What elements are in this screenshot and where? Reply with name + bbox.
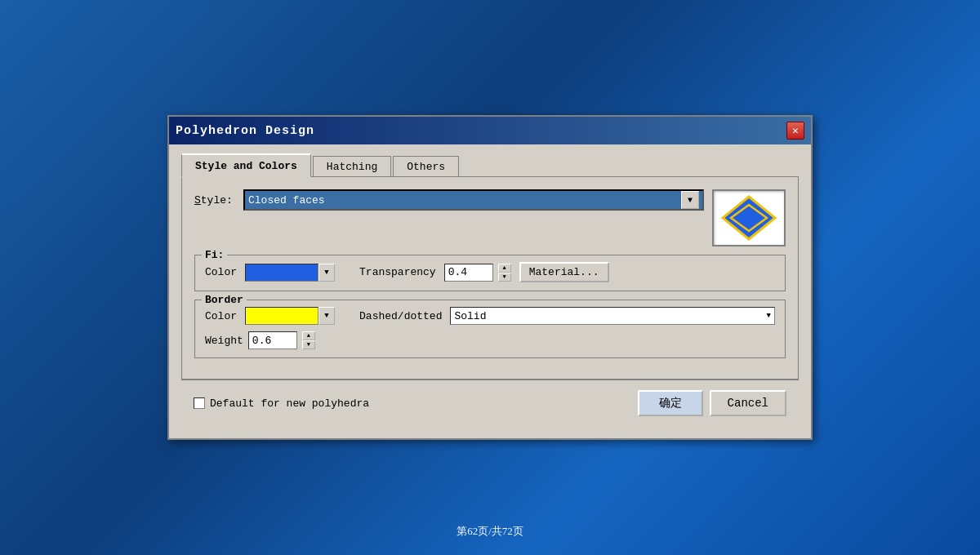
ok-button[interactable]: 确定 (638, 390, 703, 416)
transparency-spinner: ▲ ▼ (498, 264, 511, 282)
preview-box (712, 189, 786, 246)
weight-input[interactable]: 0.6 (248, 331, 297, 349)
fill-section-inner: Color ▼ Transparency 0.4 (205, 262, 775, 282)
dash-label: Dashed/dotted (359, 310, 442, 322)
tab-others[interactable]: Others (393, 156, 459, 177)
style-row: Style: Closed faces ▼ (194, 189, 704, 211)
weight-spinner: ▲ ▼ (302, 331, 315, 349)
border-section-legend: Border (202, 294, 247, 306)
tab-bar: Style and Colors Hatching Others (181, 153, 799, 176)
border-color-swatch[interactable] (245, 307, 318, 325)
weight-label: Weight (205, 335, 243, 347)
page-indicator: 第62页/共72页 (457, 524, 523, 539)
border-color-picker[interactable]: ▼ (245, 307, 335, 325)
style-select-value: Closed faces (248, 194, 678, 206)
fill-color-dropdown[interactable]: ▼ (318, 264, 335, 282)
style-label: Style: (194, 194, 235, 206)
dash-value: Solid (454, 310, 486, 322)
button-group: 确定 Cancel (638, 390, 786, 416)
dialog-title: Polyhedron Design (176, 124, 314, 138)
transparency-input[interactable]: 0.4 (444, 264, 493, 282)
dash-dropdown-icon: ▼ (767, 312, 771, 320)
transparency-label: Transparency (359, 266, 436, 278)
style-row-top: Style: Closed faces ▼ (194, 189, 786, 246)
style-select-wrapper[interactable]: Closed faces ▼ (243, 189, 704, 211)
default-checkbox-label: Default for new polyhedra (210, 397, 369, 410)
border-color-dropdown[interactable]: ▼ (318, 307, 335, 325)
tab-style-colors[interactable]: Style and Colors (181, 153, 311, 177)
fill-color-label: Color (205, 266, 237, 278)
dialog-bottom: Default for new polyhedra 确定 Cancel (181, 380, 799, 426)
style-dropdown-btn[interactable]: ▼ (681, 191, 699, 209)
dash-select[interactable]: Solid ▼ (450, 307, 775, 325)
border-color-row: Color ▼ Dashed/dotted Solid ▼ (205, 307, 775, 325)
close-button[interactable]: ✕ (786, 122, 804, 140)
style-left: Style: Closed faces ▼ (194, 189, 704, 220)
fill-color-picker[interactable]: ▼ (245, 264, 335, 282)
title-bar: Polyhedron Design ✕ (169, 117, 811, 144)
transparency-down[interactable]: ▼ (498, 273, 511, 282)
panel: Style: Closed faces ▼ (181, 176, 799, 380)
tab-hatching-label: Hatching (327, 161, 377, 173)
material-button[interactable]: Material... (519, 262, 609, 282)
border-section: Border Color ▼ Dashed/dotted (194, 300, 786, 358)
tab-style-colors-label: Style and Colors (195, 160, 297, 172)
border-color-label: Color (205, 310, 237, 322)
default-checkbox-wrap: Default for new polyhedra (194, 397, 369, 410)
weight-row: Weight 0.6 ▲ ▼ (205, 331, 775, 349)
cancel-button[interactable]: Cancel (710, 390, 786, 416)
transparency-up[interactable]: ▲ (498, 264, 511, 273)
fill-section: Fi: Color ▼ Transparency (194, 255, 786, 291)
polyhedron-design-dialog: Polyhedron Design ✕ Style and Colors Hat… (167, 115, 813, 440)
weight-down[interactable]: ▼ (302, 340, 315, 349)
weight-up[interactable]: ▲ (302, 331, 315, 340)
default-checkbox[interactable] (194, 397, 205, 409)
fill-color-swatch[interactable] (245, 264, 318, 282)
tab-hatching[interactable]: Hatching (313, 156, 391, 177)
preview-diamond (719, 193, 778, 242)
tab-others-label: Others (407, 161, 445, 173)
transparency-field-group: 0.4 ▲ ▼ (444, 264, 511, 282)
dialog-content: Style and Colors Hatching Others Style: (169, 144, 811, 438)
fill-section-legend: Fi: (202, 249, 227, 261)
